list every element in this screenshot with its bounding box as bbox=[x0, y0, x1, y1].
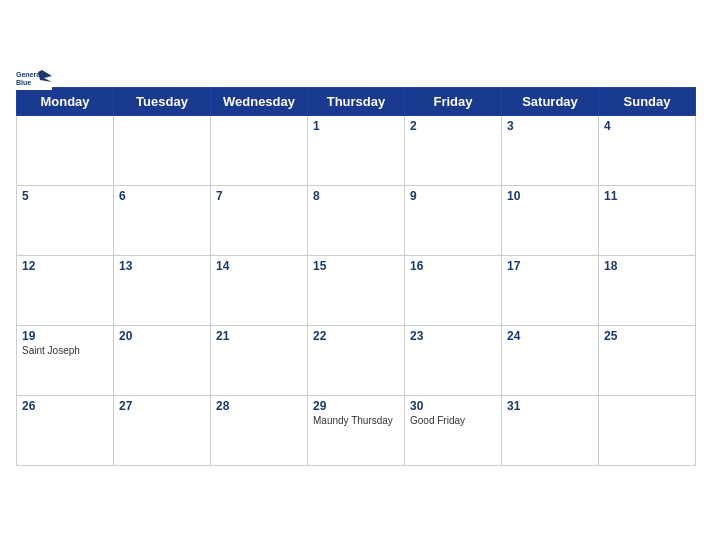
day-number: 13 bbox=[119, 259, 205, 273]
day-number: 21 bbox=[216, 329, 302, 343]
day-number: 27 bbox=[119, 399, 205, 413]
day-number: 8 bbox=[313, 189, 399, 203]
day-number: 23 bbox=[410, 329, 496, 343]
calendar-cell: 11 bbox=[599, 185, 696, 255]
calendar-cell: 6 bbox=[114, 185, 211, 255]
week-row-1: 1234 bbox=[17, 115, 696, 185]
weekday-header-row: MondayTuesdayWednesdayThursdayFridaySatu… bbox=[17, 87, 696, 115]
weekday-header-tuesday: Tuesday bbox=[114, 87, 211, 115]
calendar-cell: 5 bbox=[17, 185, 114, 255]
week-row-2: 567891011 bbox=[17, 185, 696, 255]
calendar-cell: 17 bbox=[502, 255, 599, 325]
calendar-cell: 3 bbox=[502, 115, 599, 185]
day-number: 18 bbox=[604, 259, 690, 273]
day-number: 16 bbox=[410, 259, 496, 273]
event-label: Maundy Thursday bbox=[313, 415, 399, 426]
calendar-cell: 8 bbox=[308, 185, 405, 255]
calendar-cell: 21 bbox=[211, 325, 308, 395]
calendar-cell bbox=[17, 115, 114, 185]
calendar-cell: 22 bbox=[308, 325, 405, 395]
calendar-cell: 12 bbox=[17, 255, 114, 325]
logo-icon: General Blue bbox=[16, 68, 52, 90]
weekday-header-wednesday: Wednesday bbox=[211, 87, 308, 115]
event-label: Saint Joseph bbox=[22, 345, 108, 356]
day-number: 10 bbox=[507, 189, 593, 203]
calendar-cell: 10 bbox=[502, 185, 599, 255]
calendar-cell: 19Saint Joseph bbox=[17, 325, 114, 395]
calendar-cell: 14 bbox=[211, 255, 308, 325]
weekday-header-friday: Friday bbox=[405, 87, 502, 115]
day-number: 29 bbox=[313, 399, 399, 413]
day-number: 20 bbox=[119, 329, 205, 343]
day-number: 11 bbox=[604, 189, 690, 203]
day-number: 4 bbox=[604, 119, 690, 133]
week-row-4: 19Saint Joseph202122232425 bbox=[17, 325, 696, 395]
day-number: 14 bbox=[216, 259, 302, 273]
day-number: 9 bbox=[410, 189, 496, 203]
day-number: 17 bbox=[507, 259, 593, 273]
calendar-cell: 24 bbox=[502, 325, 599, 395]
week-row-3: 12131415161718 bbox=[17, 255, 696, 325]
calendar-cell: 9 bbox=[405, 185, 502, 255]
day-number: 25 bbox=[604, 329, 690, 343]
calendar-cell: 31 bbox=[502, 395, 599, 465]
calendar-cell: 13 bbox=[114, 255, 211, 325]
calendar-container: General Blue MondayTuesdayWednesdayThurs… bbox=[0, 69, 712, 482]
day-number: 15 bbox=[313, 259, 399, 273]
calendar-cell: 18 bbox=[599, 255, 696, 325]
day-number: 28 bbox=[216, 399, 302, 413]
day-number: 30 bbox=[410, 399, 496, 413]
calendar-cell: 25 bbox=[599, 325, 696, 395]
calendar-cell: 2 bbox=[405, 115, 502, 185]
event-label: Good Friday bbox=[410, 415, 496, 426]
calendar-cell: 7 bbox=[211, 185, 308, 255]
calendar-cell bbox=[599, 395, 696, 465]
weekday-header-sunday: Sunday bbox=[599, 87, 696, 115]
calendar-cell: 30Good Friday bbox=[405, 395, 502, 465]
weekday-header-saturday: Saturday bbox=[502, 87, 599, 115]
day-number: 24 bbox=[507, 329, 593, 343]
calendar-cell: 27 bbox=[114, 395, 211, 465]
calendar-table: MondayTuesdayWednesdayThursdayFridaySatu… bbox=[16, 87, 696, 466]
day-number: 22 bbox=[313, 329, 399, 343]
calendar-cell: 4 bbox=[599, 115, 696, 185]
calendar-cell: 26 bbox=[17, 395, 114, 465]
calendar-cell: 23 bbox=[405, 325, 502, 395]
day-number: 26 bbox=[22, 399, 108, 413]
day-number: 31 bbox=[507, 399, 593, 413]
calendar-cell: 20 bbox=[114, 325, 211, 395]
calendar-cell: 15 bbox=[308, 255, 405, 325]
day-number: 12 bbox=[22, 259, 108, 273]
weekday-header-thursday: Thursday bbox=[308, 87, 405, 115]
svg-text:Blue: Blue bbox=[16, 79, 31, 86]
calendar-cell bbox=[114, 115, 211, 185]
day-number: 7 bbox=[216, 189, 302, 203]
day-number: 19 bbox=[22, 329, 108, 343]
day-number: 1 bbox=[313, 119, 399, 133]
day-number: 3 bbox=[507, 119, 593, 133]
calendar-cell: 28 bbox=[211, 395, 308, 465]
day-number: 2 bbox=[410, 119, 496, 133]
logo: General Blue bbox=[16, 68, 52, 90]
weekday-header-monday: Monday bbox=[17, 87, 114, 115]
calendar-cell bbox=[211, 115, 308, 185]
week-row-5: 26272829Maundy Thursday30Good Friday31 bbox=[17, 395, 696, 465]
calendar-cell: 1 bbox=[308, 115, 405, 185]
day-number: 6 bbox=[119, 189, 205, 203]
calendar-cell: 16 bbox=[405, 255, 502, 325]
day-number: 5 bbox=[22, 189, 108, 203]
calendar-cell: 29Maundy Thursday bbox=[308, 395, 405, 465]
